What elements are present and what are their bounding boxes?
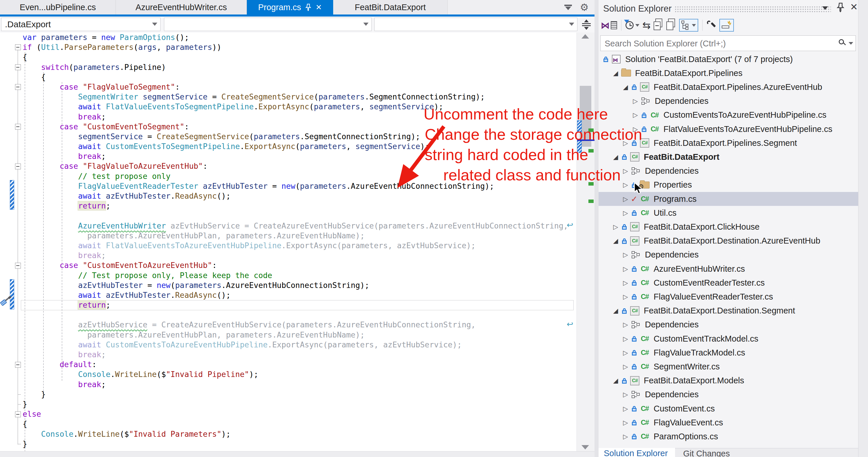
expander-collapsed-icon[interactable]: ▷ (621, 195, 630, 203)
expander-collapsed-icon[interactable]: ▷ (611, 223, 620, 231)
expander-expanded-icon[interactable]: ◢ (611, 307, 620, 314)
quick-actions-screwdriver-icon[interactable] (1, 294, 12, 306)
sync-with-active-document-button[interactable]: ⇆ (642, 19, 651, 32)
search-icon[interactable] (839, 39, 844, 45)
tree-row-paramoptions-cs[interactable]: ▷C#ParamOptions.cs (598, 429, 868, 444)
tree-row-flagvalueevent-cs[interactable]: ▷C#FlagValueEvent.cs (598, 416, 868, 429)
tree-row-segmentwriter-cs[interactable]: ▷C#SegmentWriter.cs (598, 360, 868, 373)
expander-collapsed-icon[interactable]: ▷ (631, 125, 640, 133)
fold-collapse-box[interactable] (15, 64, 21, 70)
expander-expanded-icon[interactable]: ◢ (611, 377, 620, 384)
pending-changes-filter-button[interactable] (625, 19, 640, 32)
switch-views-button[interactable]: ⋈ (601, 19, 617, 32)
tree-row-dependencies[interactable]: ▷Dependencies (598, 388, 868, 402)
tab-program-cs[interactable]: Program.cs✕ (247, 0, 333, 15)
collapse-all-button[interactable] (654, 19, 663, 32)
fold-collapse-box[interactable] (15, 164, 21, 169)
tree-row-featbit-dataexport[interactable]: ◢C#FeatBit.DataExport (598, 150, 868, 164)
split-editor-handle[interactable] (581, 19, 592, 30)
expander-expanded-icon[interactable]: ◢ (611, 237, 620, 245)
expander-expanded-icon[interactable]: ◢ (611, 69, 620, 77)
tree-row-dependencies[interactable]: ▷Dependencies (598, 94, 868, 108)
tree-row-featbit-dataexport-destination-segment[interactable]: ◢C#FeatBit.DataExport.Destination.Segmen… (598, 304, 868, 318)
fold-collapse-box[interactable] (15, 84, 21, 90)
expander-collapsed-icon[interactable]: ▷ (631, 111, 640, 119)
tree-row-customeventstoazureeventhubpipeline-cs[interactable]: ▷C#CustomEventsToAzureEventHubPipeline.c… (598, 108, 868, 122)
expander-collapsed-icon[interactable]: ▷ (621, 335, 630, 342)
tab-solution-explorer[interactable]: Solution Explorer (598, 448, 675, 457)
fold-collapse-box[interactable] (15, 362, 21, 368)
tab-azureeventhubwriter-cs[interactable]: AzureEventHubWriter.cs (116, 0, 247, 15)
expander-collapsed-icon[interactable]: ▷ (621, 140, 630, 147)
tree-row-azureeventhubwriter-cs[interactable]: ▷C#AzureEventHubWriter.cs (598, 262, 868, 276)
drag-grip[interactable] (675, 6, 831, 12)
file-nesting-button[interactable] (679, 19, 698, 32)
tab-even-ubpipeline-cs[interactable]: Even...ubPipeline.cs (0, 0, 116, 15)
pin-icon[interactable] (836, 2, 845, 13)
fold-collapse-box[interactable] (15, 45, 21, 50)
member-dropdown[interactable] (374, 18, 578, 31)
csharp-file-icon: C# (648, 125, 660, 133)
expander-collapsed-icon[interactable]: ▷ (621, 279, 630, 286)
tree-row-flagvalueeventreadertester-cs[interactable]: ▷C#FlagValueEventReaderTester.cs (598, 290, 868, 304)
tree-row-flagvaluetrackmodel-cs[interactable]: ▷C#FlagValueTrackModel.cs (598, 346, 868, 360)
pin-icon[interactable] (305, 3, 311, 11)
tree-row-featbit-dataexport-destination-azureeventhub[interactable]: ◢C#FeatBit.DataExport.Destination.AzureE… (598, 234, 868, 248)
tree-row-customevent-cs[interactable]: ▷C#CustomEvent.cs (598, 402, 868, 416)
project-dropdown[interactable]: .DataExport (1, 18, 160, 31)
tab-git-changes[interactable]: Git Changes (675, 448, 858, 457)
search-input[interactable]: Search Solution Explorer (Ctrl+;) (600, 35, 856, 51)
expander-collapsed-icon[interactable]: ▷ (621, 321, 630, 328)
expander-collapsed-icon[interactable]: ▷ (621, 293, 630, 301)
close-icon[interactable]: ✕ (850, 2, 858, 11)
fold-collapse-box[interactable] (15, 124, 21, 130)
expander-expanded-icon[interactable]: ◢ (611, 153, 620, 161)
gear-icon[interactable]: ⚙ (580, 2, 589, 12)
expander-collapsed-icon[interactable]: ▷ (621, 405, 630, 412)
tree-row-featbit-dataexport-models[interactable]: ◢C#FeatBit.DataExport.Models (598, 374, 868, 388)
expander-collapsed-icon[interactable]: ▷ (621, 391, 630, 398)
tree-row-featbit-dataexport-pipelines-segment[interactable]: ▷C#FeatBit.DataExport.Pipelines.Segment (598, 136, 868, 150)
tree-row-label: ParamOptions.cs (654, 432, 718, 441)
tree-row-customeventtrackmodel-cs[interactable]: ▷C#CustomEventTrackModel.cs (598, 332, 868, 346)
tree-row-util-cs[interactable]: ▷C#Util.cs (598, 206, 868, 220)
tree-row-solution-featbit-dataexport-7-of-7-projects-[interactable]: ⋈Solution 'FeatBit.DataExport' (7 of 7 p… (598, 52, 861, 66)
panel-splitter[interactable] (594, 0, 598, 457)
scroll-down-icon[interactable] (582, 445, 589, 450)
scrollbar-saved-mark (588, 149, 594, 152)
tree-row-customeventreadertester-cs[interactable]: ▷C#CustomEventReaderTester.cs (598, 276, 868, 290)
tree-row-featbit-dataexport-clickhouse[interactable]: ▷C#FeatBit.DataExport.ClickHouse (598, 220, 868, 234)
tree-row-dependencies[interactable]: ▷Dependencies (598, 318, 868, 332)
close-icon[interactable]: ✕ (315, 3, 322, 11)
window-position-icon[interactable] (822, 6, 828, 10)
scroll-up-icon[interactable] (582, 34, 589, 38)
properties-button[interactable] (707, 19, 716, 32)
expander-collapsed-icon[interactable]: ▷ (621, 419, 630, 426)
expander-collapsed-icon[interactable]: ▷ (631, 97, 640, 105)
expander-collapsed-icon[interactable]: ▷ (621, 251, 630, 258)
expander-collapsed-icon[interactable]: ▷ (621, 209, 630, 217)
editor-vertical-scrollbar[interactable] (577, 32, 594, 451)
scrollbar-thumb[interactable] (580, 86, 591, 147)
tree-row-featbit-dataexport-pipelines-azureeventhub[interactable]: ◢C#FeatBit.DataExport.Pipelines.AzureEve… (598, 80, 868, 94)
code-editor[interactable]: var parameters = new ParamOptions();if (… (0, 32, 577, 451)
tab-featbit-dataexport[interactable]: FeatBit.DataExport (333, 0, 447, 15)
preview-selected-items-button[interactable] (719, 19, 734, 32)
tree-row-dependencies[interactable]: ▷Dependencies (598, 164, 868, 178)
tree-row-featbit-dataexport-pipelines[interactable]: ◢FeatBit.DataExport.Pipelines (598, 66, 868, 80)
expander-expanded-icon[interactable]: ◢ (621, 84, 630, 91)
expander-collapsed-icon[interactable]: ▷ (621, 349, 630, 356)
expander-collapsed-icon[interactable]: ▷ (621, 167, 630, 175)
expander-collapsed-icon[interactable]: ▷ (621, 265, 630, 273)
tree-row-dependencies[interactable]: ▷Dependencies (598, 248, 868, 262)
expander-collapsed-icon[interactable]: ▷ (621, 433, 630, 440)
window-list-icon[interactable] (564, 5, 572, 10)
tree-row-flatvalueeventstoazureeventhubpipeline-cs[interactable]: ▷C#FlatValueEventsToAzureEventHubPipelin… (598, 122, 868, 136)
fold-collapse-box[interactable] (15, 263, 21, 268)
chevron-down-icon[interactable] (848, 42, 853, 45)
fold-collapse-box[interactable] (15, 411, 21, 417)
expander-collapsed-icon[interactable]: ▷ (621, 181, 630, 189)
expander-collapsed-icon[interactable]: ▷ (621, 363, 630, 370)
copy-pages-button[interactable] (666, 19, 676, 32)
type-dropdown[interactable] (164, 18, 372, 31)
